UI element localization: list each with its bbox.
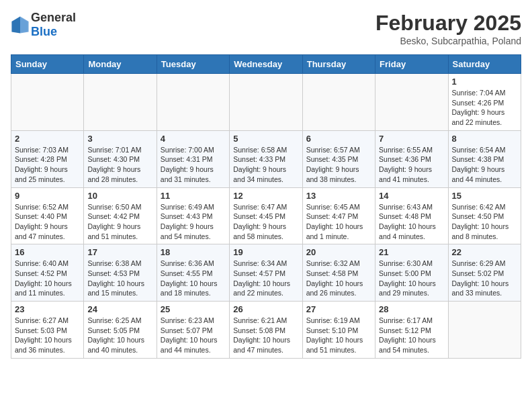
- calendar-cell: 10Sunrise: 6:50 AM Sunset: 4:42 PM Dayli…: [84, 187, 157, 244]
- day-number: 17: [87, 247, 152, 257]
- calendar-cell: 8Sunrise: 6:54 AM Sunset: 4:38 PM Daylig…: [448, 130, 521, 187]
- day-info: Sunrise: 6:42 AM Sunset: 4:50 PM Dayligh…: [452, 202, 517, 242]
- day-number: 3: [87, 134, 152, 144]
- day-number: 11: [161, 191, 226, 201]
- day-number: 18: [161, 247, 226, 257]
- calendar-cell: 27Sunrise: 6:19 AM Sunset: 5:10 PM Dayli…: [302, 302, 375, 359]
- day-number: 9: [15, 191, 80, 201]
- calendar-cell: 20Sunrise: 6:32 AM Sunset: 4:58 PM Dayli…: [302, 244, 375, 302]
- logo: General Blue: [11, 11, 76, 39]
- day-info: Sunrise: 6:52 AM Sunset: 4:40 PM Dayligh…: [15, 202, 80, 242]
- calendar-cell: 17Sunrise: 6:38 AM Sunset: 4:53 PM Dayli…: [84, 244, 157, 302]
- day-info: Sunrise: 6:57 AM Sunset: 4:35 PM Dayligh…: [306, 145, 371, 185]
- day-info: Sunrise: 6:27 AM Sunset: 5:03 PM Dayligh…: [15, 316, 80, 355]
- weekday-header-sunday: Sunday: [11, 55, 84, 74]
- svg-marker-1: [20, 16, 29, 33]
- day-number: 2: [15, 134, 80, 144]
- calendar-cell: 11Sunrise: 6:49 AM Sunset: 4:43 PM Dayli…: [157, 187, 229, 244]
- page-header: General Blue February 2025 Besko, Subcar…: [11, 11, 521, 46]
- day-number: 15: [452, 191, 517, 201]
- logo-text: General Blue: [31, 11, 76, 39]
- weekday-header-monday: Monday: [84, 55, 157, 74]
- day-number: 21: [379, 247, 444, 257]
- calendar-cell: 3Sunrise: 7:01 AM Sunset: 4:30 PM Daylig…: [84, 130, 157, 187]
- calendar-cell: 12Sunrise: 6:47 AM Sunset: 4:45 PM Dayli…: [230, 187, 302, 244]
- day-info: Sunrise: 6:49 AM Sunset: 4:43 PM Dayligh…: [161, 202, 226, 242]
- calendar-cell: 15Sunrise: 6:42 AM Sunset: 4:50 PM Dayli…: [448, 187, 521, 244]
- day-number: 1: [452, 77, 517, 87]
- day-number: 10: [87, 191, 152, 201]
- day-info: Sunrise: 6:55 AM Sunset: 4:36 PM Dayligh…: [379, 145, 444, 185]
- day-info: Sunrise: 6:40 AM Sunset: 4:52 PM Dayligh…: [15, 259, 80, 298]
- calendar-table: SundayMondayTuesdayWednesdayThursdayFrid…: [11, 54, 521, 359]
- day-info: Sunrise: 7:01 AM Sunset: 4:30 PM Dayligh…: [87, 145, 152, 185]
- calendar-cell: 6Sunrise: 6:57 AM Sunset: 4:35 PM Daylig…: [302, 130, 375, 187]
- day-info: Sunrise: 6:23 AM Sunset: 5:07 PM Dayligh…: [161, 316, 226, 355]
- weekday-header-saturday: Saturday: [448, 55, 521, 74]
- day-info: Sunrise: 6:50 AM Sunset: 4:42 PM Dayligh…: [87, 202, 152, 242]
- day-info: Sunrise: 6:43 AM Sunset: 4:48 PM Dayligh…: [379, 202, 444, 242]
- calendar-cell: 18Sunrise: 6:36 AM Sunset: 4:55 PM Dayli…: [157, 244, 229, 302]
- calendar-cell: 23Sunrise: 6:27 AM Sunset: 5:03 PM Dayli…: [11, 302, 84, 359]
- title-block: February 2025 Besko, Subcarpathia, Polan…: [375, 11, 521, 46]
- calendar-cell: 5Sunrise: 6:58 AM Sunset: 4:33 PM Daylig…: [230, 130, 302, 187]
- calendar-cell: [84, 74, 157, 131]
- day-info: Sunrise: 7:00 AM Sunset: 4:31 PM Dayligh…: [161, 145, 226, 185]
- day-number: 16: [15, 247, 80, 257]
- day-number: 22: [452, 247, 517, 257]
- calendar-cell: 21Sunrise: 6:30 AM Sunset: 5:00 PM Dayli…: [375, 244, 448, 302]
- location-title: Besko, Subcarpathia, Poland: [375, 36, 521, 46]
- day-info: Sunrise: 6:29 AM Sunset: 5:02 PM Dayligh…: [452, 259, 517, 298]
- day-info: Sunrise: 6:36 AM Sunset: 4:55 PM Dayligh…: [161, 259, 226, 298]
- calendar-cell: [230, 74, 302, 131]
- calendar-cell: 28Sunrise: 6:17 AM Sunset: 5:12 PM Dayli…: [375, 302, 448, 359]
- day-info: Sunrise: 6:17 AM Sunset: 5:12 PM Dayligh…: [379, 316, 444, 355]
- day-info: Sunrise: 6:30 AM Sunset: 5:00 PM Dayligh…: [379, 259, 444, 298]
- day-info: Sunrise: 6:54 AM Sunset: 4:38 PM Dayligh…: [452, 145, 517, 185]
- month-title: February 2025: [375, 11, 521, 36]
- day-number: 8: [452, 134, 517, 144]
- day-number: 23: [15, 304, 80, 314]
- day-number: 20: [306, 247, 371, 257]
- weekday-header-tuesday: Tuesday: [157, 55, 229, 74]
- calendar-cell: 24Sunrise: 6:25 AM Sunset: 5:05 PM Dayli…: [84, 302, 157, 359]
- day-info: Sunrise: 6:47 AM Sunset: 4:45 PM Dayligh…: [233, 202, 298, 242]
- calendar-cell: 16Sunrise: 6:40 AM Sunset: 4:52 PM Dayli…: [11, 244, 84, 302]
- day-number: 6: [306, 134, 371, 144]
- day-info: Sunrise: 6:32 AM Sunset: 4:58 PM Dayligh…: [306, 259, 371, 298]
- day-info: Sunrise: 7:04 AM Sunset: 4:26 PM Dayligh…: [452, 88, 517, 128]
- calendar-cell: 22Sunrise: 6:29 AM Sunset: 5:02 PM Dayli…: [448, 244, 521, 302]
- calendar-cell: [448, 302, 521, 359]
- logo-icon: [11, 15, 30, 34]
- calendar-week-row: 2Sunrise: 7:03 AM Sunset: 4:28 PM Daylig…: [11, 130, 521, 187]
- day-number: 27: [306, 304, 371, 314]
- day-info: Sunrise: 6:58 AM Sunset: 4:33 PM Dayligh…: [233, 145, 298, 185]
- day-number: 7: [379, 134, 444, 144]
- day-number: 28: [379, 304, 444, 314]
- day-number: 12: [233, 191, 298, 201]
- calendar-week-row: 16Sunrise: 6:40 AM Sunset: 4:52 PM Dayli…: [11, 244, 521, 302]
- calendar-cell: [11, 74, 84, 131]
- calendar-cell: 2Sunrise: 7:03 AM Sunset: 4:28 PM Daylig…: [11, 130, 84, 187]
- calendar-cell: 13Sunrise: 6:45 AM Sunset: 4:47 PM Dayli…: [302, 187, 375, 244]
- day-info: Sunrise: 6:45 AM Sunset: 4:47 PM Dayligh…: [306, 202, 371, 242]
- day-number: 4: [161, 134, 226, 144]
- day-info: Sunrise: 6:25 AM Sunset: 5:05 PM Dayligh…: [87, 316, 152, 355]
- day-number: 24: [87, 304, 152, 314]
- day-info: Sunrise: 6:21 AM Sunset: 5:08 PM Dayligh…: [233, 316, 298, 355]
- day-number: 13: [306, 191, 371, 201]
- weekday-header-wednesday: Wednesday: [230, 55, 302, 74]
- calendar-cell: 25Sunrise: 6:23 AM Sunset: 5:07 PM Dayli…: [157, 302, 229, 359]
- day-number: 25: [161, 304, 226, 314]
- weekday-header-row: SundayMondayTuesdayWednesdayThursdayFrid…: [11, 55, 521, 74]
- day-info: Sunrise: 7:03 AM Sunset: 4:28 PM Dayligh…: [15, 145, 80, 185]
- calendar-cell: 4Sunrise: 7:00 AM Sunset: 4:31 PM Daylig…: [157, 130, 229, 187]
- calendar-cell: 26Sunrise: 6:21 AM Sunset: 5:08 PM Dayli…: [230, 302, 302, 359]
- calendar-cell: 14Sunrise: 6:43 AM Sunset: 4:48 PM Dayli…: [375, 187, 448, 244]
- calendar-week-row: 23Sunrise: 6:27 AM Sunset: 5:03 PM Dayli…: [11, 302, 521, 359]
- day-number: 14: [379, 191, 444, 201]
- day-number: 19: [233, 247, 298, 257]
- calendar-cell: 7Sunrise: 6:55 AM Sunset: 4:36 PM Daylig…: [375, 130, 448, 187]
- calendar-cell: [157, 74, 229, 131]
- day-number: 5: [233, 134, 298, 144]
